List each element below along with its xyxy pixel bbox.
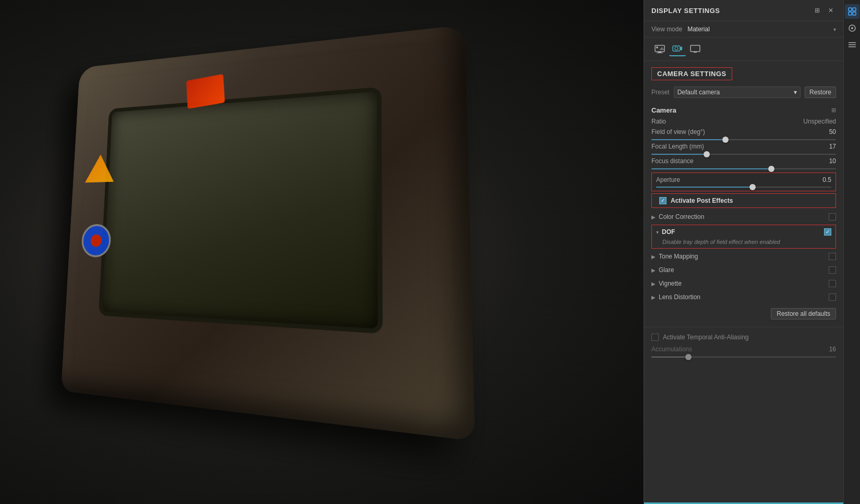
lens-distortion-chevron-icon: ▶ — [651, 294, 656, 300]
preset-chevron-icon: ▾ — [794, 89, 797, 96]
glare-left: ▶ Glare — [651, 266, 674, 274]
preset-row: Preset Default camera ▾ Restore — [644, 84, 843, 102]
camera-section-title: Camera — [651, 106, 676, 114]
focal-length-slider-track[interactable] — [651, 154, 836, 155]
side-toolbar-icon-1[interactable] — [845, 4, 859, 19]
fov-value: 50 — [829, 128, 836, 136]
lens-distortion-label: Lens Distortion — [659, 293, 700, 301]
post-effects-label: Activate Post Effects — [671, 197, 733, 204]
side-toolbar — [843, 0, 860, 504]
ratio-row: Ratio Unspecified — [644, 116, 843, 127]
vignette-checkbox[interactable] — [829, 280, 836, 287]
tone-mapping-left: ▶ Tone Mapping — [651, 253, 698, 260]
svg-rect-10 — [849, 8, 852, 11]
fov-slider-thumb[interactable] — [722, 137, 729, 143]
focal-length-slider-thumb[interactable] — [704, 151, 710, 157]
camera-section-header: Camera ⊞ — [644, 102, 843, 116]
tab-display-icon[interactable] — [687, 42, 704, 56]
preset-select[interactable]: Default camera ▾ — [674, 87, 801, 98]
restore-all-defaults-button[interactable]: Restore all defaults — [771, 308, 836, 319]
ratio-value: Unspecified — [803, 118, 836, 125]
divider — [644, 327, 843, 327]
accumulations-slider[interactable] — [644, 354, 843, 359]
focus-distance-slider-track[interactable] — [651, 168, 836, 169]
viewport-bg — [0, 0, 644, 504]
expand-icon[interactable]: ⊞ — [812, 5, 822, 16]
accumulations-slider-thumb[interactable] — [685, 354, 692, 360]
tone-mapping-row[interactable]: ▶ Tone Mapping — [644, 250, 843, 263]
accumulations-label: Accumulations — [651, 346, 692, 353]
post-effects-row[interactable]: ✓ Activate Post Effects — [651, 193, 836, 208]
accumulations-slider-track[interactable] — [651, 357, 836, 358]
svg-rect-1 — [658, 52, 661, 53]
vignette-chevron-icon: ▶ — [651, 281, 656, 287]
lens-distortion-checkbox[interactable] — [829, 293, 836, 301]
tab-camera-icon[interactable] — [669, 42, 686, 56]
anti-aliasing-row[interactable]: Activate Temporal Anti-Aliasing — [644, 330, 843, 344]
aperture-slider-thumb[interactable] — [749, 184, 756, 190]
panel-header: DISPLAY SETTINGS ⊞ ✕ — [644, 0, 843, 21]
svg-rect-11 — [853, 8, 856, 11]
lens-distortion-row[interactable]: ▶ Lens Distortion — [644, 290, 843, 304]
fov-slider-track[interactable] — [651, 139, 836, 140]
view-mode-row[interactable]: View mode Material ▾ — [644, 21, 843, 38]
vignette-row[interactable]: ▶ Vignette — [644, 277, 843, 290]
focus-distance-slider[interactable] — [644, 166, 843, 170]
view-mode-chevron-icon: ▾ — [833, 27, 836, 32]
color-correction-left: ▶ Color Correction — [651, 213, 704, 220]
panel-content: DISPLAY SETTINGS ⊞ ✕ View mode Material … — [644, 0, 860, 502]
tone-mapping-label: Tone Mapping — [659, 253, 698, 260]
view-mode-value: Material — [687, 26, 833, 33]
fov-row: Field of view (deg°) 50 — [644, 127, 843, 137]
glare-checkbox[interactable] — [829, 266, 836, 274]
aperture-slider-fill — [656, 187, 753, 188]
color-correction-checkbox[interactable] — [829, 213, 836, 220]
dof-label: DOF — [662, 228, 675, 236]
tab-icons-row — [644, 38, 843, 61]
fov-slider[interactable] — [644, 137, 843, 141]
ratio-label: Ratio — [651, 118, 666, 125]
glare-row[interactable]: ▶ Glare — [644, 263, 843, 277]
anti-aliasing-label: Activate Temporal Anti-Aliasing — [663, 334, 749, 341]
color-correction-row[interactable]: ▶ Color Correction — [644, 210, 843, 224]
aperture-slider-track[interactable] — [656, 187, 831, 188]
camera-section-icon: ⊞ — [831, 107, 836, 114]
anti-aliasing-checkbox[interactable] — [651, 334, 659, 341]
focal-length-slider-fill — [651, 154, 707, 155]
svg-rect-2 — [657, 53, 663, 53]
post-effects-checkbox[interactable]: ✓ — [659, 197, 667, 204]
accumulations-row: Accumulations 16 — [644, 344, 843, 354]
close-icon[interactable]: ✕ — [826, 5, 836, 16]
view-mode-label: View mode — [651, 26, 682, 33]
checkbox-check-icon: ✓ — [661, 198, 665, 203]
tone-mapping-chevron-icon: ▶ — [651, 254, 656, 260]
focus-distance-slider-thumb[interactable] — [768, 166, 774, 172]
tv-object — [61, 24, 475, 441]
aperture-value: 0.5 — [822, 176, 831, 183]
svg-marker-4 — [659, 47, 664, 50]
color-correction-chevron-icon: ▶ — [651, 214, 656, 220]
tone-mapping-checkbox[interactable] — [829, 253, 836, 260]
dof-header-left: ▾ DOF — [656, 228, 675, 236]
preset-restore-button[interactable]: Restore — [805, 87, 836, 98]
accumulations-slider-fill — [651, 357, 688, 358]
dof-header: ▾ DOF ✓ — [652, 225, 835, 239]
dof-checkbox[interactable]: ✓ — [824, 228, 831, 236]
svg-rect-12 — [849, 12, 852, 15]
side-toolbar-icon-2[interactable] — [845, 21, 859, 35]
color-correction-label: Color Correction — [659, 213, 704, 220]
aperture-label: Aperture — [656, 176, 680, 183]
camera-settings-label: CAMERA SETTINGS — [651, 67, 732, 80]
preset-value: Default camera — [677, 89, 720, 96]
svg-rect-18 — [849, 46, 856, 47]
svg-rect-17 — [849, 44, 856, 45]
focal-length-value: 17 — [829, 143, 836, 150]
focus-distance-value: 10 — [829, 157, 836, 165]
fov-slider-fill — [651, 139, 725, 140]
focal-length-slider[interactable] — [644, 152, 843, 156]
focus-distance-label: Focus distance — [651, 157, 694, 165]
svg-point-15 — [851, 27, 853, 29]
dof-chevron-icon: ▾ — [656, 229, 659, 235]
side-toolbar-icon-3[interactable] — [845, 38, 859, 52]
tab-scene-icon[interactable] — [651, 42, 668, 56]
